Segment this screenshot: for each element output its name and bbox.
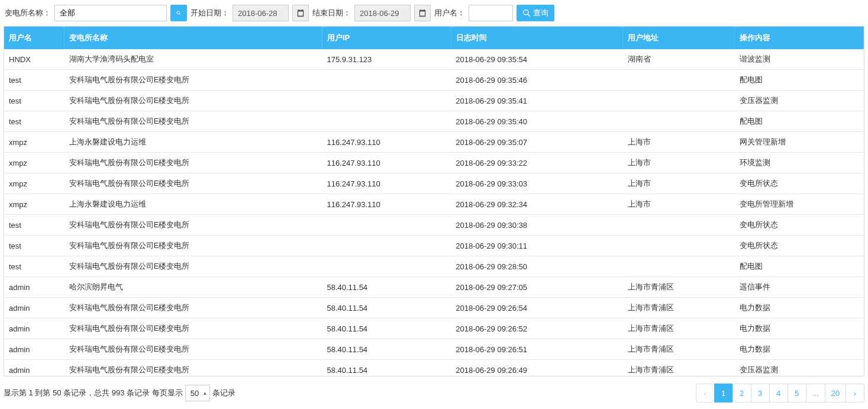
user-input[interactable] [469, 5, 513, 21]
table-row[interactable]: admin安科瑞电气股份有限公司E楼变电所58.40.11.542018-06-… [4, 298, 864, 318]
table-row[interactable]: admin安科瑞电气股份有限公司E楼变电所58.40.11.542018-06-… [4, 360, 864, 376]
cell-addr [623, 111, 735, 132]
cell-user: admin [4, 360, 64, 376]
cell-user: admin [4, 339, 64, 360]
cell-op: 遥信事件 [735, 277, 864, 298]
cell-time: 2018-06-29 09:26:49 [451, 360, 623, 376]
col-op[interactable]: 操作内容 [735, 27, 864, 49]
cell-addr: 上海市 [623, 173, 735, 194]
cell-addr: 上海市 [623, 194, 735, 215]
cell-op: 变压器监测 [735, 360, 864, 376]
cell-addr [623, 91, 735, 111]
table-row[interactable]: test安科瑞电气股份有限公司E楼变电所2018-06-29 09:35:40配… [4, 111, 864, 132]
cell-op: 配电图 [735, 111, 864, 132]
end-date-input[interactable] [354, 5, 411, 21]
page-20[interactable]: 20 [825, 384, 846, 402]
cell-user: admin [4, 318, 64, 339]
cell-time: 2018-06-29 09:28:50 [451, 256, 623, 277]
cell-station: 湖南大学渔湾码头配电室 [64, 49, 322, 70]
table-row[interactable]: test安科瑞电气股份有限公司E楼变电所2018-06-29 09:35:46配… [4, 70, 864, 91]
col-user[interactable]: 用户名 [4, 27, 64, 49]
cell-time: 2018-06-29 09:32:34 [451, 194, 623, 215]
cell-op: 电力数据 [735, 298, 864, 318]
cell-station: 上海永磐建设电力运维 [64, 132, 322, 153]
log-table-wrapper: 用户名 变电所名称 用户IP 日志时间 用户地址 操作内容 HNDX湖南大学渔湾… [4, 26, 864, 376]
page-prev[interactable]: ‹ [696, 384, 715, 402]
station-input[interactable] [54, 5, 167, 21]
page-4[interactable]: 4 [769, 384, 788, 402]
cell-addr: 上海市青浦区 [623, 318, 735, 339]
table-header-row: 用户名 变电所名称 用户IP 日志时间 用户地址 操作内容 [4, 27, 864, 49]
footer: 显示第 1 到第 50 条记录，总共 993 条记录 每页显示 50 条记录 ‹… [0, 376, 868, 409]
query-button-label: 查询 [533, 8, 548, 18]
table-row[interactable]: HNDX湖南大学渔湾码头配电室175.9.31.1232018-06-29 09… [4, 49, 864, 70]
cell-user: HNDX [4, 49, 64, 70]
cell-station: 安科瑞电气股份有限公司E楼变电所 [64, 70, 322, 91]
table-row[interactable]: admin安科瑞电气股份有限公司E楼变电所58.40.11.542018-06-… [4, 318, 864, 339]
table-row[interactable]: test安科瑞电气股份有限公司E楼变电所2018-06-29 09:35:41变… [4, 91, 864, 111]
table-row[interactable]: xmpz上海永磐建设电力运维116.247.93.1102018-06-29 0… [4, 194, 864, 215]
cell-user: xmpz [4, 132, 64, 153]
start-date-cal-button[interactable] [292, 5, 309, 21]
cell-op: 环境监测 [735, 153, 864, 173]
table-row[interactable]: test安科瑞电气股份有限公司E楼变电所2018-06-29 09:30:38变… [4, 215, 864, 236]
cell-ip: 58.40.11.54 [322, 277, 451, 298]
table-row[interactable]: test安科瑞电气股份有限公司E楼变电所2018-06-29 09:28:50配… [4, 256, 864, 277]
page-next[interactable]: › [846, 384, 864, 402]
log-table: 用户名 变电所名称 用户IP 日志时间 用户地址 操作内容 HNDX湖南大学渔湾… [4, 27, 864, 376]
cell-op: 变电所管理新增 [735, 194, 864, 215]
page-1[interactable]: 1 [714, 384, 733, 402]
cell-station: 安科瑞电气股份有限公司E楼变电所 [64, 318, 322, 339]
table-scroll[interactable]: 用户名 变电所名称 用户IP 日志时间 用户地址 操作内容 HNDX湖南大学渔湾… [4, 27, 864, 376]
col-ip[interactable]: 用户IP [322, 27, 451, 49]
cell-addr: 湖南省 [623, 49, 735, 70]
cell-user: admin [4, 277, 64, 298]
page-size-select[interactable]: 50 [185, 385, 210, 401]
cell-op: 变电所状态 [735, 215, 864, 236]
cell-time: 2018-06-29 09:30:38 [451, 215, 623, 236]
search-icon [176, 9, 181, 17]
cell-ip [322, 215, 451, 236]
end-date-cal-button[interactable] [414, 5, 431, 21]
table-row[interactable]: admin安科瑞电气股份有限公司E楼变电所58.40.11.542018-06-… [4, 339, 864, 360]
cell-time: 2018-06-29 09:35:40 [451, 111, 623, 132]
cell-time: 2018-06-29 09:33:03 [451, 173, 623, 194]
start-date-label: 开始日期： [191, 8, 229, 18]
cell-station: 安科瑞电气股份有限公司E楼变电所 [64, 339, 322, 360]
table-row[interactable]: test安科瑞电气股份有限公司E楼变电所2018-06-29 09:30:11变… [4, 236, 864, 256]
table-row[interactable]: xmpz上海永磐建设电力运维116.247.93.1102018-06-29 0… [4, 132, 864, 153]
cell-addr: 上海市青浦区 [623, 360, 735, 376]
page-ellipsis[interactable]: ... [806, 384, 825, 402]
search-station-button[interactable] [170, 5, 187, 21]
cell-ip [322, 111, 451, 132]
cell-station: 安科瑞电气股份有限公司E楼变电所 [64, 111, 322, 132]
start-date-input[interactable] [233, 5, 289, 21]
page-5[interactable]: 5 [788, 384, 806, 402]
page-3[interactable]: 3 [751, 384, 770, 402]
cell-time: 2018-06-29 09:35:07 [451, 132, 623, 153]
cell-addr: 上海市青浦区 [623, 339, 735, 360]
filter-bar: 变电所名称： 开始日期： 结束日期： 用户名： 查询 [0, 0, 868, 26]
col-addr[interactable]: 用户地址 [623, 27, 735, 49]
table-row[interactable]: xmpz安科瑞电气股份有限公司E楼变电所116.247.93.1102018-0… [4, 153, 864, 173]
cell-station: 安科瑞电气股份有限公司E楼变电所 [64, 91, 322, 111]
cell-ip: 58.40.11.54 [322, 298, 451, 318]
cell-ip: 58.40.11.54 [322, 339, 451, 360]
cell-op: 网关管理新增 [735, 132, 864, 153]
cell-ip: 116.247.93.110 [322, 173, 451, 194]
table-row[interactable]: xmpz安科瑞电气股份有限公司E楼变电所116.247.93.1102018-0… [4, 173, 864, 194]
query-button[interactable]: 查询 [517, 5, 554, 21]
cell-user: test [4, 70, 64, 91]
cell-ip [322, 91, 451, 111]
cell-addr: 上海市 [623, 153, 735, 173]
col-station[interactable]: 变电所名称 [64, 27, 322, 49]
cell-ip [322, 256, 451, 277]
cell-op: 变压器监测 [735, 91, 864, 111]
col-time[interactable]: 日志时间 [451, 27, 623, 49]
cell-ip: 116.247.93.110 [322, 153, 451, 173]
cell-user: test [4, 256, 64, 277]
cell-ip: 58.40.11.54 [322, 360, 451, 376]
table-row[interactable]: admin哈尔滨朗昇电气58.40.11.542018-06-29 09:27:… [4, 277, 864, 298]
page-2[interactable]: 2 [733, 384, 751, 402]
footer-info-prefix: 显示第 1 到第 50 条记录，总共 993 条记录 每页显示 [4, 388, 183, 398]
